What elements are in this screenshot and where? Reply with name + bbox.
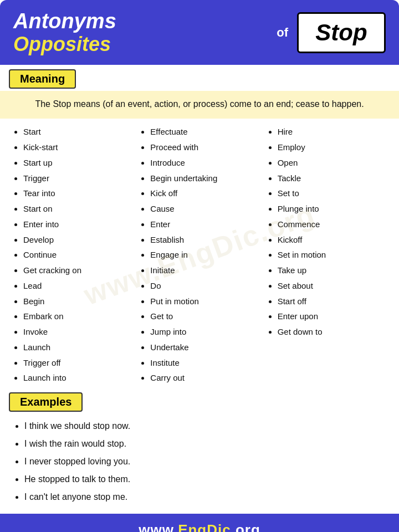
example-item: I think we should stop now. (24, 417, 386, 435)
word-column-2: EffectuateProceed withIntroduceBegin und… (136, 124, 263, 386)
word-list-item: Start on (23, 201, 131, 217)
header-section: Antonyms Opposites of Stop (0, 0, 399, 65)
word-list-item: Set in motion (278, 247, 386, 263)
footer: www.EngDic.org (0, 514, 399, 532)
word-list-item: Enter into (23, 217, 131, 232)
word-list-item: Establish (150, 232, 258, 248)
word-list-item: Kickoff (278, 232, 386, 248)
footer-url: www.EngDic.org (139, 521, 260, 532)
word-list-item: Plunge into (278, 201, 386, 217)
word-list-item: Effectuate (150, 124, 258, 140)
word-list-item: Get to (150, 309, 258, 324)
word-list-item: Engage in (150, 247, 258, 263)
header-left: Antonyms Opposites (13, 10, 268, 55)
word-list-item: Tear into (23, 186, 131, 201)
word-list-item: Continue (23, 247, 131, 263)
example-item: I can't let anyone stop me. (24, 488, 386, 506)
word-list-item: Begin undertaking (150, 171, 258, 186)
word-list-item: Carry out (150, 370, 258, 386)
examples-label-row: Examples (0, 390, 399, 413)
word-list-item: Institute (150, 355, 258, 371)
word-list-item: Set to (278, 186, 386, 201)
footer-url-suffix: .org (231, 521, 260, 532)
footer-url-prefix: www. (139, 521, 178, 532)
word-column-1: StartKick-startStart upTriggerTear intoS… (9, 124, 136, 386)
word-list-item: Hire (278, 124, 386, 140)
example-item: He stopped to talk to them. (24, 470, 386, 488)
opposites-title: Opposites (13, 33, 268, 55)
word-list-item: Develop (23, 232, 131, 248)
word-lists-section: www.EngDic.org StartKick-startStart upTr… (0, 119, 399, 390)
example-item: I wish the rain would stop. (24, 435, 386, 453)
word-list-item: Set about (278, 278, 386, 294)
of-label: of (273, 25, 291, 40)
word-list-item: Kick-start (23, 140, 131, 155)
word-list-item: Introduce (150, 155, 258, 171)
word-list-item: Cause (150, 201, 258, 217)
meaning-content: The Stop means (of an event, action, or … (0, 91, 399, 119)
word-list-item: Launch into (23, 370, 131, 386)
antonyms-title: Antonyms (13, 10, 268, 33)
word-list-item: Tackle (278, 171, 386, 186)
word-list-item: Enter upon (278, 309, 386, 324)
word-list-item: Begin (23, 294, 131, 309)
word-list-item: Launch (23, 340, 131, 355)
word-list-item: Proceed with (150, 140, 258, 155)
word-list-item: Get down to (278, 324, 386, 340)
word-list-item: Do (150, 278, 258, 294)
word-list-item: Embark on (23, 309, 131, 324)
word-column-3: HireEmployOpenTackleSet toPlunge intoCom… (263, 124, 390, 386)
header-word-box: Stop (297, 12, 386, 53)
word-list-item: Undertake (150, 340, 258, 355)
word-list-item: Invoke (23, 324, 131, 340)
word-list-item: Jump into (150, 324, 258, 340)
meaning-label: Meaning (9, 69, 76, 89)
footer-url-brand: EngDic (178, 521, 231, 532)
word-list-item: Open (278, 155, 386, 171)
word-list-item: Lead (23, 278, 131, 294)
word-list-item: Initiate (150, 263, 258, 278)
header-word: Stop (315, 19, 367, 45)
word-list-item: Start up (23, 155, 131, 171)
example-item: I never stopped loving you. (24, 453, 386, 470)
examples-content: I think we should stop now.I wish the ra… (0, 413, 399, 514)
word-list-item: Get cracking on (23, 263, 131, 278)
word-list-item: Employ (278, 140, 386, 155)
word-list-item: Start (23, 124, 131, 140)
word-list-item: Commence (278, 217, 386, 232)
word-list-item: Start off (278, 294, 386, 309)
word-list-item: Trigger (23, 171, 131, 186)
word-list-item: Trigger off (23, 355, 131, 371)
word-list-item: Enter (150, 217, 258, 232)
word-list-item: Kick off (150, 186, 258, 201)
examples-label: Examples (9, 392, 83, 412)
word-list-item: Take up (278, 263, 386, 278)
meaning-label-row: Meaning (0, 65, 399, 91)
word-list-item: Put in motion (150, 294, 258, 309)
